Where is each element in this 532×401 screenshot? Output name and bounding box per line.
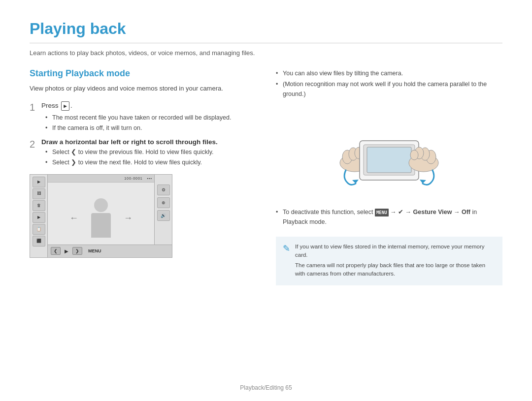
step-1-bullets: The most recent file you have taken or r… [41,113,256,133]
section-heading: Starting Playback mode [30,68,256,79]
svg-marker-14 [420,180,426,184]
arrow-1: → [390,209,398,216]
svg-rect-7 [367,147,411,173]
arrow-2: → [405,209,413,216]
gesture-bullet-list: To deactivate this function, select MENU… [276,207,502,227]
note-content: If you want to view files stored in the … [295,243,496,279]
tilt-svg [320,114,458,192]
left-column: Starting Playback mode View photos or pl… [30,68,256,285]
info-icon: ✎ [283,243,290,254]
right-icon-1: ⚙ [157,185,170,195]
sidebar-icon-3: 🗑 [33,200,45,211]
nav-btn-left: ❮ [51,247,61,255]
nav-btn-right: ❯ [72,247,82,255]
step-2-main: Draw a horizontal bar left or right to s… [41,138,256,146]
camera-right-icons: ⚙ ⊕ 🔊 [154,175,172,246]
sidebar-icon-6: ⬛ [33,236,45,247]
sidebar-icon-5: 📋 [33,224,45,235]
tilt-bullets: You can also view files by tilting the c… [276,68,502,99]
camera-sidebar: ▶ 🖼 🗑 ▶ 📋 ⬛ [30,175,48,257]
page-container: Playing back Learn actions to play back … [0,0,532,305]
page-footer: Playback/Editing 65 [0,384,532,391]
play-button-icon: ▶ [61,101,69,111]
bottom-nav-items: ❮ ▶ ❯ MENU [51,247,101,255]
nav-menu-label: MENU [88,248,101,253]
tilt-bullet-2: (Motion recognition may not work well if… [276,79,502,99]
note-line-2: The camera will not properly play back f… [295,261,496,278]
step-2-content: Draw a horizontal bar left or right to s… [41,138,256,168]
step-2-bullet-1: Select ❮ to view the previous file. Hold… [45,148,256,157]
nav-play-icon: ▶ [65,248,68,254]
camera-top-bar: 100-0001 ▪▪▪ [48,175,154,183]
sidebar-icon-2: 🖼 [33,188,45,199]
scroll-right-arrow: → [124,213,133,223]
two-column-layout: Starting Playback mode View photos or pl… [30,68,502,285]
sidebar-icon-4: ▶ [33,212,45,223]
step-2-number: 2 [30,138,38,150]
tilt-illustration [320,109,458,197]
page-subtitle: Learn actions to play back photos, video… [30,49,502,57]
section-description: View photos or play videos and voice mem… [30,84,256,93]
gesture-note: To deactivate this function, select MENU… [276,207,502,227]
tilt-bullet-1: You can also view files by tilting the c… [276,68,502,78]
info-note-box: ✎ If you want to view files stored in th… [276,237,502,285]
svg-point-12 [410,150,418,160]
sidebar-icon-1: ▶ [33,177,45,187]
note-line-1: If you want to view files stored in the … [295,243,496,260]
step-1-number: 1 [30,101,38,113]
camera-ui-mockup: ▶ 🖼 🗑 ▶ 📋 ⬛ 100-0001 ▪▪▪ ← → [30,174,172,258]
menu-label: MENU [375,209,389,216]
camera-top-bar-text: 100-0001 ▪▪▪ [124,177,152,180]
scroll-left-arrow: ← [69,213,78,223]
person-head [94,198,108,212]
step-2-bullet-2: Select ❯ to view the next file. Hold to … [45,158,256,167]
right-icon-2: ⊕ [157,197,170,208]
gesture-bullet: To deactivate this function, select MENU… [276,207,502,227]
right-column: You can also view files by tilting the c… [276,68,502,285]
page-title: Playing back [30,20,502,38]
page-divider [30,43,502,43]
step-2-bullets: Select ❮ to view the previous file. Hold… [41,148,256,167]
person-body [91,213,111,238]
step-1: 1 Press ▶. The most recent file you have… [30,101,256,134]
person-silhouette [91,198,111,238]
check-mark: ✔ [398,209,403,216]
step-2: 2 Draw a horizontal bar left or right to… [30,138,256,168]
camera-bottom-nav: ❮ ▶ ❯ MENU [48,245,172,257]
right-icon-3: 🔊 [157,210,170,221]
camera-main-area: ← → [48,183,154,253]
step-1-main: Press ▶. [41,101,256,111]
gesture-bold-text: Gesture View → Off [413,209,470,216]
svg-marker-13 [352,180,359,184]
step-1-bullet-1: The most recent file you have taken or r… [45,113,256,123]
step-1-content: Press ▶. The most recent file you have t… [41,101,256,134]
step-1-bullet-2: If the camera is off, it will turn on. [45,123,256,133]
